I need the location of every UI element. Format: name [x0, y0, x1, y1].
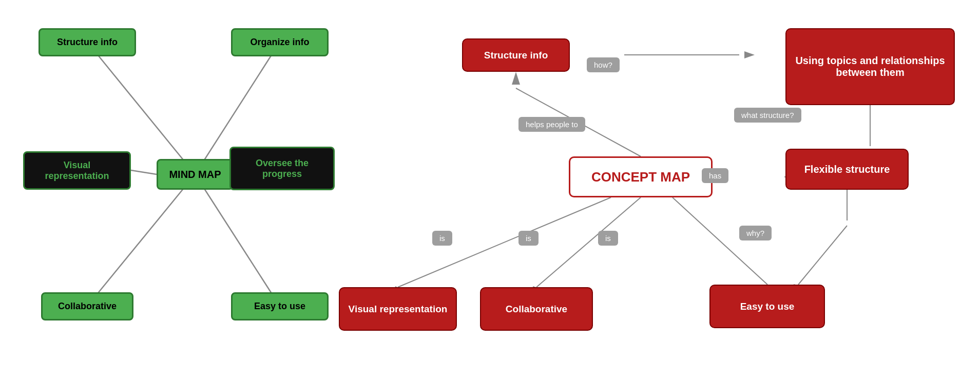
label-is-1: is: [432, 231, 452, 246]
label-has: has: [702, 168, 728, 183]
label-what-structure: what structure?: [734, 108, 801, 123]
mind-structure-node: Structure info: [39, 28, 136, 56]
concept-visual-node: Visual representation: [339, 287, 457, 331]
svg-marker-7: [512, 72, 520, 85]
mind-visual-node: Visual representation: [23, 151, 131, 190]
svg-line-17: [536, 197, 641, 287]
mind-easy-node: Easy to use: [231, 292, 329, 320]
mind-collab-node: Collaborative: [41, 292, 133, 320]
label-how: how?: [587, 57, 620, 72]
concept-flexible-node: Flexible structure: [785, 149, 909, 190]
svg-marker-9: [744, 51, 755, 58]
svg-line-2: [131, 170, 157, 174]
svg-line-19: [672, 197, 767, 285]
concept-map-center-node: CONCEPT MAP: [569, 156, 713, 197]
label-why: why?: [739, 226, 772, 240]
concept-collab-node: Collaborative: [480, 287, 593, 331]
svg-line-4: [87, 174, 195, 306]
mind-map-lines: [0, 0, 359, 381]
label-helps: helps people to: [518, 117, 585, 132]
label-is-3: is: [598, 231, 618, 246]
concept-using-node: Using topics and relationships between t…: [785, 28, 955, 105]
diagram-container: Structure info Organize info Visual repr…: [0, 0, 980, 381]
mind-oversee-node: Oversee the progress: [229, 147, 335, 190]
svg-line-5: [195, 174, 280, 306]
mind-center-node: MIND MAP: [157, 159, 234, 190]
svg-line-21: [798, 226, 847, 285]
mind-organize-node: Organize info: [231, 28, 329, 56]
concept-easy-node: Easy to use: [709, 285, 825, 328]
label-is-2: is: [518, 231, 539, 246]
svg-line-15: [398, 197, 611, 287]
concept-structure-node: Structure info: [462, 38, 570, 72]
